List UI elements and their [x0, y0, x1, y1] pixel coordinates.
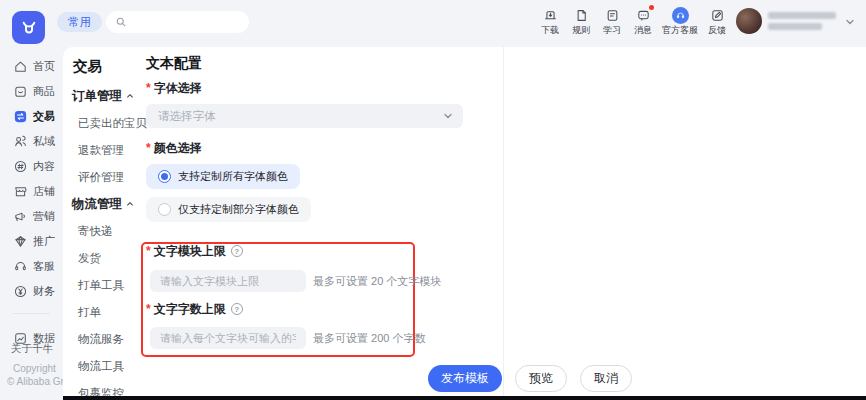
radio-unselected-icon: [158, 203, 171, 216]
submenu-title: 交易: [73, 57, 102, 76]
help-icon[interactable]: ?: [231, 303, 243, 315]
topbar-action-feedback[interactable]: 反馈: [705, 7, 729, 37]
topbar-action-label: 官方客服: [662, 24, 698, 37]
avatar[interactable]: [736, 8, 762, 34]
topbar-action-learn[interactable]: 学习: [600, 7, 624, 37]
sidebar-item-label: 商品: [33, 84, 55, 99]
submenu-item[interactable]: 评价管理: [78, 169, 124, 185]
required-star: *: [146, 81, 151, 95]
font-select-placeholder: 请选择字体: [158, 109, 443, 124]
username-blurred-line2: [768, 23, 822, 30]
rules-icon: [574, 7, 589, 23]
bull-icon: [19, 18, 39, 38]
sidebar-item-label: 店铺: [33, 184, 55, 199]
official-service-icon: [672, 7, 689, 23]
content-icon: [13, 159, 28, 174]
download-icon: [543, 7, 558, 23]
color-option-1[interactable]: 仅支持定制部分字体颜色: [146, 197, 311, 222]
topbar-action-download[interactable]: 下载: [538, 7, 562, 37]
sidebar-item-label: 首页: [33, 59, 55, 74]
submenu-item[interactable]: 已卖出的宝贝: [78, 115, 147, 131]
radio-label: 支持定制所有字体颜色: [178, 169, 288, 184]
font-select[interactable]: 请选择字体: [146, 104, 463, 128]
sidebar-item-content[interactable]: 内容: [0, 154, 63, 179]
topbar-action-label: 消息: [634, 24, 652, 37]
search-input[interactable]: [132, 16, 240, 28]
sidebar-item-label: 私域: [33, 134, 55, 149]
sidebar-item-trade[interactable]: 交易: [0, 104, 63, 129]
publish-template-button[interactable]: 发布模板: [428, 365, 502, 392]
learn-icon: [605, 7, 620, 23]
sidebar-item-shop[interactable]: 店铺: [0, 179, 63, 204]
notification-badge: [649, 5, 654, 10]
page-title: 文本配置: [146, 55, 202, 73]
search-box[interactable]: [106, 11, 249, 33]
submenu-group-1[interactable]: 物流管理: [72, 196, 134, 212]
finance-icon: [13, 284, 28, 299]
sidebar-item-label: 交易: [33, 109, 55, 124]
promotion-icon: [13, 234, 28, 249]
required-star: *: [146, 302, 151, 316]
sidebar-item-private-domain[interactable]: 私域: [0, 129, 63, 154]
copyright-text: Copyright: [13, 363, 56, 374]
content-card: 交易 订单管理已卖出的宝贝退款管理评价管理物流管理寄快递发货打单工具打单物流服务…: [63, 47, 866, 400]
marketing-icon: [13, 209, 28, 224]
feedback-icon: [710, 7, 725, 23]
required-star: *: [146, 141, 151, 155]
submenu-item[interactable]: 物流工具: [78, 358, 124, 374]
topbar-action-rules[interactable]: 规则: [569, 7, 593, 37]
bottom-bar: [63, 396, 866, 400]
topbar-action-label: 反馈: [708, 24, 726, 37]
sidebar-item-label: 财务: [33, 284, 55, 299]
messages-icon: [636, 7, 651, 23]
sidebar-item-label: 推广: [33, 234, 55, 249]
topbar-action-official-service[interactable]: 官方客服: [662, 7, 698, 37]
submenu-item[interactable]: 退款管理: [78, 142, 124, 158]
search-icon: [115, 16, 127, 28]
sidebar-item-promotion[interactable]: 推广: [0, 229, 63, 254]
topbar-action-messages[interactable]: 消息: [631, 7, 655, 37]
font-select-label: * 字体选择: [146, 81, 202, 95]
submenu-item[interactable]: 发货: [78, 250, 101, 266]
tab-changyong[interactable]: 常用: [57, 12, 102, 32]
panel-divider: [503, 47, 504, 396]
radio-selected-icon: [158, 170, 171, 183]
sidebar-item-home[interactable]: 首页: [0, 54, 63, 79]
sidebar-item-goods[interactable]: 商品: [0, 79, 63, 104]
sidebar-item-label: 内容: [33, 159, 55, 174]
submenu-group-0[interactable]: 订单管理: [72, 88, 134, 104]
sidebar-item-marketing[interactable]: 营销: [0, 204, 63, 229]
color-option-0[interactable]: 支持定制所有字体颜色: [146, 164, 300, 189]
submenu-item[interactable]: 寄快递: [78, 223, 113, 239]
submenu-item[interactable]: 打单: [78, 304, 101, 320]
shop-icon: [13, 184, 28, 199]
help-icon[interactable]: ?: [231, 245, 243, 257]
footer-actions: 发布模板 预览 取消: [428, 365, 632, 392]
topbar-actions: 下载规则学习消息官方客服反馈: [538, 7, 729, 37]
sidebar-item-finance[interactable]: 财务: [0, 279, 63, 304]
home-icon: [13, 59, 28, 74]
qianniu-logo[interactable]: [12, 11, 45, 44]
trade-icon: [13, 109, 28, 124]
chevron-down-icon[interactable]: [845, 17, 855, 27]
chevron-down-icon: [443, 111, 453, 121]
chevron-up-icon: [126, 92, 134, 100]
char-limit-label: * 文字字数上限 ?: [146, 302, 243, 316]
about-qianniu-link[interactable]: 关于千牛: [11, 342, 53, 356]
topbar-action-label: 规则: [572, 24, 590, 37]
module-limit-input[interactable]: [150, 270, 306, 292]
username-blurred-line1: [768, 12, 836, 19]
preview-button[interactable]: 预览: [515, 365, 567, 392]
customer-service-icon: [13, 259, 28, 274]
submenu-item[interactable]: 物流服务: [78, 331, 124, 347]
module-limit-hint: 最多可设置 20 个文字模块: [313, 270, 441, 292]
char-limit-input[interactable]: [150, 327, 306, 349]
sidebar-item-label: 客服: [33, 259, 55, 274]
required-star: *: [146, 244, 151, 258]
cancel-button[interactable]: 取消: [580, 365, 632, 392]
sidebar: 首页商品交易私域内容店铺营销推广客服财务: [0, 54, 63, 304]
sidebar-item-customer-service[interactable]: 客服: [0, 254, 63, 279]
char-limit-hint: 最多可设置 200 个字数: [313, 327, 425, 349]
private-domain-icon: [13, 134, 28, 149]
submenu-item[interactable]: 打单工具: [78, 277, 124, 293]
